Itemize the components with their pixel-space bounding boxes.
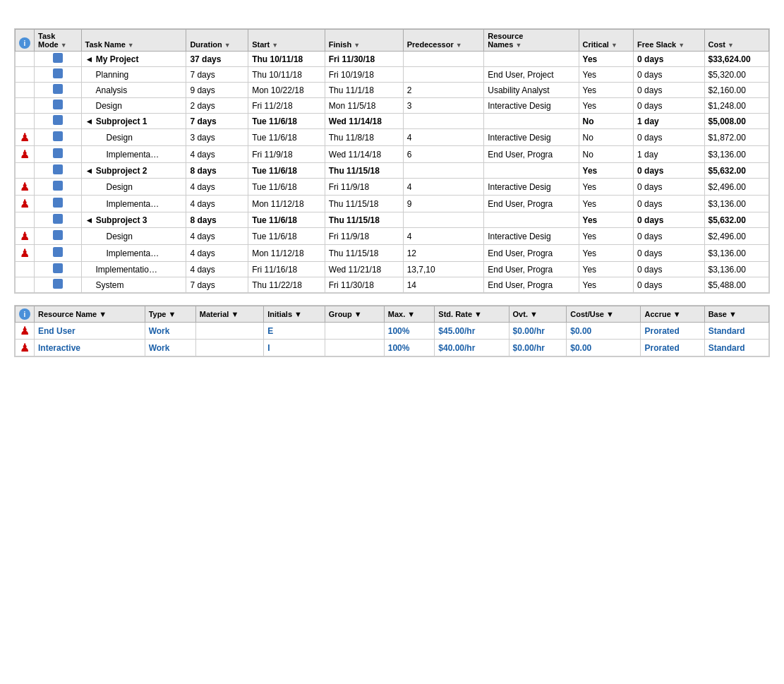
task-name-cell: ◄ Subproject 1 [81, 114, 186, 129]
free_slack-cell: 1 day [634, 146, 704, 163]
resources-cell [484, 52, 579, 67]
free_slack-cell: 0 days [634, 67, 704, 83]
start-cell: Mon 11/12/18 [248, 245, 325, 262]
row-icon-cell: ♟ [16, 228, 35, 245]
project-table-row: ♟Implementa…4 daysMon 11/12/18Thu 11/15/… [16, 196, 769, 212]
duration-cell: 4 days [186, 179, 248, 196]
rth-group[interactable]: Group ▼ [325, 306, 384, 323]
mode-icon [53, 181, 63, 191]
initials-cell: E [264, 323, 325, 340]
th-duration[interactable]: Duration ▼ [186, 30, 248, 52]
rth-accrue[interactable]: Accrue ▼ [641, 306, 704, 323]
critical-cell: No [579, 114, 634, 129]
cost-cell: $3,136.00 [704, 196, 769, 212]
th-task-name[interactable]: Task Name ▼ [81, 30, 186, 52]
row-icon-cell [16, 163, 35, 179]
rth-info-icon: i [16, 306, 35, 323]
predecessor-cell [403, 114, 484, 129]
row-icon-cell [16, 277, 35, 293]
th-free-slack[interactable]: Free Slack ▼ [634, 30, 704, 52]
th-predecessor[interactable]: Predecessor ▼ [403, 30, 484, 52]
cost-cell: $3,136.00 [704, 245, 769, 262]
predecessor-cell: 14 [403, 277, 484, 293]
predecessor-cell: 2 [403, 83, 484, 98]
resource-icon-cell: ♟ [16, 323, 35, 340]
predecessor-cell [403, 212, 484, 228]
rth-base[interactable]: Base ▼ [704, 306, 768, 323]
task-mode-cell [35, 179, 82, 196]
person-icon: ♟ [20, 198, 30, 210]
th-task-mode[interactable]: TaskMode ▼ [35, 30, 82, 52]
mode-icon [53, 100, 63, 109]
resources-cell: End User, Progra [484, 146, 579, 163]
project-table-row: ♟Implementa…4 daysMon 11/12/18Thu 11/15/… [16, 245, 769, 262]
resources-cell: End User, Progra [484, 277, 579, 293]
free_slack-cell: 0 days [634, 179, 704, 196]
duration-cell: 3 days [186, 129, 248, 146]
th-resource-names[interactable]: ResourceNames ▼ [484, 30, 579, 52]
critical-cell: Yes [579, 212, 634, 228]
rth-max[interactable]: Max. ▼ [384, 306, 435, 323]
project-table-wrapper: i TaskMode ▼ Task Name ▼ Duration ▼ Star… [14, 28, 770, 294]
critical-cell: Yes [579, 67, 634, 83]
th-finish[interactable]: Finish ▼ [325, 30, 403, 52]
cost-cell: $33,624.00 [704, 52, 769, 67]
resources-cell [484, 163, 579, 179]
task-mode-cell [35, 146, 82, 163]
rth-ovt[interactable]: Ovt. ▼ [509, 306, 567, 323]
start-cell: Fri 11/9/18 [248, 146, 325, 163]
row-icon-cell: ♟ [16, 146, 35, 163]
cost-cell: $5,008.00 [704, 114, 769, 129]
task-mode-cell [35, 98, 82, 114]
project-table-row: ♟Implementa…4 daysFri 11/9/18Wed 11/14/1… [16, 146, 769, 163]
duration-cell: 8 days [186, 163, 248, 179]
rth-type[interactable]: Type ▼ [145, 306, 195, 323]
critical-cell: Yes [579, 245, 634, 262]
mode-icon [53, 148, 63, 158]
task-name-cell: Implementatio… [81, 262, 186, 277]
th-start[interactable]: Start ▼ [248, 30, 325, 52]
cost-cell: $5,488.00 [704, 277, 769, 293]
resources-cell: End User, Progra [484, 262, 579, 277]
accrue-cell: Prorated [641, 340, 704, 356]
type-cell: Work [145, 323, 195, 340]
task-name-cell: Implementa… [81, 146, 186, 163]
rth-material[interactable]: Material ▼ [195, 306, 263, 323]
finish-cell: Thu 11/15/18 [325, 163, 403, 179]
task-name-cell: Design [81, 129, 186, 146]
duration-cell: 8 days [186, 212, 248, 228]
mode-icon [53, 53, 63, 63]
task-mode-cell [35, 67, 82, 83]
free_slack-cell: 0 days [634, 262, 704, 277]
rth-std-rate[interactable]: Std. Rate ▼ [435, 306, 509, 323]
cost-cell: $1,872.00 [704, 129, 769, 146]
mode-icon [53, 230, 63, 240]
finish-cell: Fri 10/19/18 [325, 67, 403, 83]
type-cell: Work [145, 340, 195, 356]
start-cell: Tue 11/6/18 [248, 228, 325, 245]
duration-cell: 4 days [186, 228, 248, 245]
rth-initials[interactable]: Initials ▼ [264, 306, 325, 323]
duration-cell: 9 days [186, 83, 248, 98]
project-table-row: Analysis9 daysMon 10/22/18Thu 11/1/182Us… [16, 83, 769, 98]
duration-cell: 37 days [186, 52, 248, 67]
base-cell: Standard [704, 323, 768, 340]
th-cost[interactable]: Cost ▼ [704, 30, 769, 52]
start-cell: Thu 10/11/18 [248, 52, 325, 67]
cost-cell: $5,320.00 [704, 67, 769, 83]
rth-resource-name[interactable]: Resource Name ▼ [35, 306, 145, 323]
resources-cell: Interactive Desig [484, 228, 579, 245]
mode-icon [53, 115, 63, 125]
task-name-cell: ◄ Subproject 3 [81, 212, 186, 228]
finish-cell: Thu 11/15/18 [325, 196, 403, 212]
cost-cell: $1,248.00 [704, 98, 769, 114]
task-mode-cell [35, 245, 82, 262]
project-table-row: ♟Design3 daysTue 11/6/18Thu 11/8/184Inte… [16, 129, 769, 146]
project-table-row: ◄ Subproject 28 daysTue 11/6/18Thu 11/15… [16, 163, 769, 179]
group-cell [325, 340, 384, 356]
rth-cost-use[interactable]: Cost/Use ▼ [567, 306, 641, 323]
resource-person-icon: ♟ [20, 325, 30, 337]
free_slack-cell: 0 days [634, 98, 704, 114]
th-critical[interactable]: Critical ▼ [579, 30, 634, 52]
task-name-cell: ◄ Subproject 2 [81, 163, 186, 179]
